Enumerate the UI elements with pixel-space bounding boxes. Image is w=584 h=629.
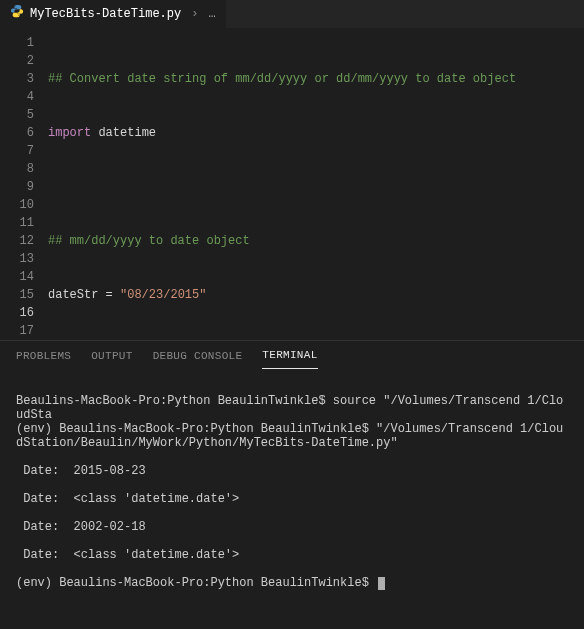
line-number: 5 (0, 106, 34, 124)
tab-terminal[interactable]: TERMINAL (262, 342, 317, 369)
tab-filename: MyTecBits-DateTime.py (30, 5, 181, 23)
code-area[interactable]: ## Convert date string of mm/dd/yyyy or … (48, 28, 584, 340)
code-comment: ## Convert date string of mm/dd/yyyy or … (48, 72, 516, 86)
line-number: 2 (0, 52, 34, 70)
line-number: 16 (0, 304, 34, 322)
code-text: dateStr = (48, 288, 120, 302)
code-keyword: import (48, 126, 91, 140)
line-number: 4 (0, 88, 34, 106)
line-number: 15 (0, 286, 34, 304)
line-number: 12 (0, 232, 34, 250)
terminal-panel[interactable]: Beaulins-MacBook-Pro:Python BeaulinTwink… (0, 370, 584, 629)
line-number: 13 (0, 250, 34, 268)
terminal-output: Date: <class 'datetime.date'> (16, 492, 568, 506)
line-number: 8 (0, 160, 34, 178)
code-editor[interactable]: 1234567891011121314151617 ## Convert dat… (0, 28, 584, 340)
line-number: 3 (0, 70, 34, 88)
terminal-line: Beaulins-MacBook-Pro:Python BeaulinTwink… (16, 394, 568, 422)
line-number: 14 (0, 268, 34, 286)
terminal-output: Date: 2002-02-18 (16, 520, 568, 534)
terminal-cursor (378, 577, 385, 590)
line-number: 1 (0, 34, 34, 52)
line-number: 10 (0, 196, 34, 214)
terminal-output: Date: <class 'datetime.date'> (16, 548, 568, 562)
tab-output[interactable]: OUTPUT (91, 343, 132, 369)
panel-tab-bar: PROBLEMS OUTPUT DEBUG CONSOLE TERMINAL (0, 340, 584, 370)
line-number-gutter: 1234567891011121314151617 (0, 28, 48, 340)
editor-tab-bar: MyTecBits-DateTime.py › … (0, 0, 584, 28)
code-text: datetime (91, 126, 156, 140)
python-file-icon (10, 4, 24, 24)
terminal-output: Date: 2015-08-23 (16, 464, 568, 478)
terminal-prompt: (env) Beaulins-MacBook-Pro:Python Beauli… (16, 576, 376, 590)
line-number: 6 (0, 124, 34, 142)
terminal-line: (env) Beaulins-MacBook-Pro:Python Beauli… (16, 422, 568, 450)
line-number: 9 (0, 178, 34, 196)
code-comment: ## mm/dd/yyyy to date object (48, 234, 250, 248)
editor-tab[interactable]: MyTecBits-DateTime.py › … (0, 0, 226, 28)
line-number: 7 (0, 142, 34, 160)
line-number: 11 (0, 214, 34, 232)
tab-problems[interactable]: PROBLEMS (16, 343, 71, 369)
line-number: 17 (0, 322, 34, 340)
tab-debug-console[interactable]: DEBUG CONSOLE (153, 343, 243, 369)
code-string: "08/23/2015" (120, 288, 206, 302)
chevron-right-icon: › (187, 5, 202, 23)
breadcrumb-more[interactable]: … (208, 5, 215, 23)
